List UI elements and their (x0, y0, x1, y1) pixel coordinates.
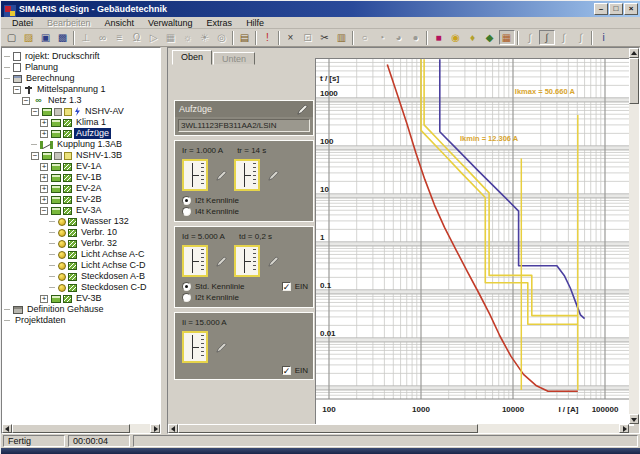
minimize-button[interactable]: – (594, 3, 608, 15)
menu-extras[interactable]: Extras (200, 18, 240, 28)
maximize-button[interactable]: □ (609, 3, 623, 15)
expand-toggle[interactable]: + (40, 185, 48, 193)
warning-button[interactable]: ! (260, 30, 276, 45)
scroll-left-button[interactable] (168, 424, 178, 433)
curve-mode-4-button[interactable]: ∫ (573, 30, 589, 45)
ir-edit-button[interactable] (214, 168, 228, 182)
busbar-button[interactable]: ≡ (112, 30, 128, 45)
expand-toggle[interactable]: + (40, 119, 48, 127)
tree-item-ev-3a[interactable]: −EV-3A (2, 205, 160, 216)
scroll-up-button[interactable] (629, 48, 639, 58)
tree-item-kupplung-1-3ab[interactable]: Kupplung 1.3AB (2, 139, 160, 150)
ir-slider[interactable] (182, 159, 208, 191)
i-ein-checkbox[interactable]: EIN (180, 366, 308, 375)
tree-item-definition-geh-use[interactable]: Definition Gehäuse (2, 304, 160, 315)
checkbox-icon[interactable] (282, 366, 291, 375)
tree-item-ev-2a[interactable]: +EV-2A (2, 183, 160, 194)
zoom-circle-button[interactable]: ○ (357, 30, 373, 45)
tab-unten[interactable]: Unten (213, 52, 255, 65)
scroll-down-button[interactable] (629, 414, 639, 424)
tree-item-berechnung[interactable]: Berechnung (2, 73, 160, 84)
new-file-button[interactable]: ▢ (4, 30, 20, 45)
tree-item-wasser-132[interactable]: Wasser 132 (2, 216, 160, 227)
tree-item-aufz-ge[interactable]: +Aufzüge (2, 128, 160, 139)
briefcase-button[interactable]: ▤ (237, 30, 253, 45)
collapse-toggle[interactable]: − (31, 108, 39, 116)
tr-edit-button[interactable] (266, 168, 280, 182)
radio-icon[interactable] (182, 293, 191, 302)
td-slider[interactable] (234, 245, 260, 277)
id-slider[interactable] (182, 245, 208, 277)
expand-toggle[interactable]: + (40, 130, 48, 138)
menu-verwaltung[interactable]: Verwaltung (141, 18, 200, 28)
transformer-button[interactable]: Ω (129, 30, 145, 45)
tree-hscrollbar[interactable] (2, 424, 160, 433)
tree-item-verbr-32[interactable]: Verbr. 32 (2, 238, 160, 249)
lamp-button[interactable]: ☼ (180, 30, 196, 45)
tree-item-ev-2b[interactable]: +EV-2B (2, 194, 160, 205)
search-button[interactable]: ∞ (95, 30, 111, 45)
save-button[interactable]: ▣ (38, 30, 54, 45)
id-edit-button[interactable] (214, 254, 228, 268)
scroll-right-button[interactable] (150, 424, 160, 433)
collapse-toggle[interactable]: − (31, 152, 39, 160)
scroll-right-button[interactable] (619, 424, 629, 433)
globe-button[interactable]: ◎ (214, 30, 230, 45)
tree-item-ev-1b[interactable]: +EV-1B (2, 172, 160, 183)
tree-item-licht-achse-c-d[interactable]: Licht Achse C-D (2, 260, 160, 271)
lamp-group-button[interactable]: ☀ (197, 30, 213, 45)
menu-hilfe[interactable]: Hilfe (239, 18, 271, 28)
collapse-toggle[interactable]: − (13, 86, 21, 94)
curve-mode-1-button[interactable]: ∫ (522, 30, 538, 45)
actor-button[interactable]: ♦ (465, 30, 481, 45)
selectivity-view-button[interactable]: ▦ (499, 30, 515, 45)
scroll-thumb[interactable] (629, 58, 639, 104)
close-button[interactable]: × (624, 3, 638, 15)
tree-item-projektdaten[interactable]: Projektdaten (2, 315, 160, 326)
l-i4t-radio[interactable]: I4t Kennlinie (182, 206, 308, 217)
table-view-button[interactable]: ▦ (163, 30, 179, 45)
chart-vscrollbar[interactable] (629, 48, 639, 424)
device-tool-button[interactable]: ⊥ (78, 30, 94, 45)
radio-icon[interactable] (182, 207, 191, 216)
scroll-thumb[interactable] (178, 424, 478, 433)
edit-device-button[interactable] (295, 102, 309, 116)
save-all-button[interactable]: ▩ (55, 30, 71, 45)
checkbox-icon[interactable] (282, 282, 291, 291)
scroll-left-button[interactable] (2, 424, 12, 433)
dot-button[interactable]: ● (408, 30, 424, 45)
tree-item-nshv-1-3b[interactable]: −NSHV-1.3B (2, 150, 160, 161)
tree-item-netz-1-3[interactable]: −Netz 1.3 (2, 95, 160, 106)
chart-hscrollbar[interactable] (168, 424, 629, 433)
expand-toggle[interactable]: + (40, 196, 48, 204)
info-button[interactable]: i (596, 30, 612, 45)
cut-button[interactable]: ✂ (317, 30, 333, 45)
tree-item-steckdosen-a-b[interactable]: Steckdosen A-B (2, 271, 160, 282)
tree-item-nshv-av[interactable]: −NSHV-AV (2, 106, 160, 117)
radio-icon[interactable] (182, 282, 191, 291)
tr-slider[interactable] (234, 159, 260, 191)
tree-item-rojekt-druckschrift[interactable]: rojekt: Druckschrift (2, 51, 160, 62)
s-ein-checkbox[interactable]: EIN (282, 282, 308, 291)
tree-item-klima-1[interactable]: +Klima 1 (2, 117, 160, 128)
comment-button[interactable]: ◔ (374, 30, 390, 45)
curve-mode-2-button[interactable]: ∫ (539, 30, 555, 45)
tree-item-planung[interactable]: Planung (2, 62, 160, 73)
bulb-check-button[interactable]: ◉ (448, 30, 464, 45)
ii-edit-button[interactable] (214, 340, 228, 354)
copy-button[interactable]: ⊡ (300, 30, 316, 45)
tree-item-ev-1a[interactable]: +EV-1A (2, 161, 160, 172)
paste-button[interactable]: ▥ (334, 30, 350, 45)
td-edit-button[interactable] (266, 254, 280, 268)
expand-toggle[interactable]: + (40, 163, 48, 171)
tree-item-mittelspannung-1[interactable]: −Mittelspannung 1 (2, 84, 160, 95)
ii-slider[interactable] (182, 331, 208, 363)
collapse-toggle[interactable]: − (40, 207, 48, 215)
curve-mode-3-button[interactable]: ∫ (556, 30, 572, 45)
tree-item-verbr-10[interactable]: Verbr. 10 (2, 227, 160, 238)
l-i2t-radio[interactable]: I2t Kennlinie (182, 195, 308, 206)
menu-datei[interactable]: Datei (5, 18, 40, 28)
tree-item-ev-3b[interactable]: +EV-3B (2, 293, 160, 304)
tree-item-steckdosen-c-d[interactable]: Steckdosen C-D (2, 282, 160, 293)
expand-toggle[interactable]: + (40, 174, 48, 182)
